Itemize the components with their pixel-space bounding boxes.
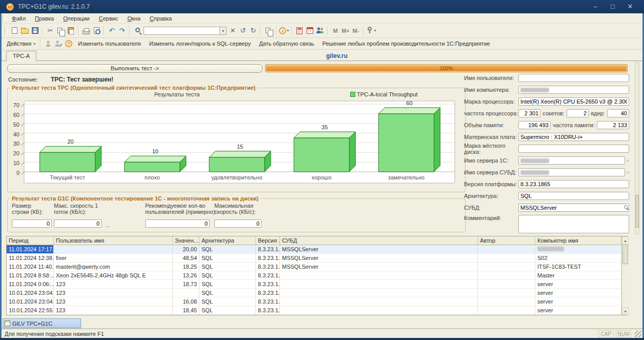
table-cell[interactable]: 8.3.23.1... bbox=[256, 306, 280, 315]
table-cell[interactable]: 48,54 bbox=[173, 254, 199, 263]
menu-operations[interactable]: Операции bbox=[58, 14, 94, 23]
table-cell[interactable]: ITSF-1C83-TEST bbox=[535, 263, 621, 271]
save-icon[interactable] bbox=[30, 26, 40, 36]
table-cell[interactable] bbox=[478, 263, 535, 271]
architecture-input[interactable] bbox=[518, 192, 629, 200]
copy-special-icon[interactable] bbox=[264, 26, 274, 36]
table-cell[interactable]: 10.01.2024 23:04... bbox=[7, 297, 54, 306]
column-header-6[interactable]: Автор bbox=[478, 236, 535, 245]
table-cell[interactable]: server bbox=[535, 306, 621, 315]
table-cell[interactable] bbox=[478, 306, 535, 315]
calculator-icon[interactable] bbox=[294, 26, 305, 36]
server-1c-input[interactable] bbox=[518, 156, 625, 165]
table-cell[interactable]: 11.01.2024 12:38... bbox=[7, 254, 54, 263]
g1c-row-size-input[interactable] bbox=[12, 219, 52, 228]
memory-plus-button[interactable]: M+ bbox=[340, 26, 351, 36]
table-cell[interactable]: 123 bbox=[54, 306, 173, 315]
table-cell[interactable] bbox=[280, 306, 478, 315]
resize-grip-icon[interactable] bbox=[635, 331, 641, 337]
column-header-7[interactable]: Компьютер имя bbox=[535, 236, 621, 245]
table-cell[interactable]: 8.3.23.1... bbox=[256, 263, 280, 271]
table-row[interactable]: 10.01.2024 23:04...12316,08SQL8.3.23.1..… bbox=[7, 297, 621, 306]
new-document-icon[interactable] bbox=[9, 26, 19, 36]
feedback-link[interactable]: Дать обратную связь bbox=[255, 39, 318, 48]
table-cell[interactable] bbox=[54, 245, 173, 254]
users-icon[interactable] bbox=[315, 26, 325, 36]
cpu-freq-input[interactable] bbox=[518, 109, 540, 117]
change-user-icon[interactable] bbox=[44, 39, 53, 48]
menu-service[interactable]: Сервис bbox=[94, 14, 123, 23]
table-cell[interactable]: 11.01.2024 11:40... bbox=[7, 263, 54, 271]
table-row[interactable]: 11.01.2024 8:58:...Xeon 2xE5645-2,4GHz 4… bbox=[7, 271, 621, 280]
paste-icon[interactable] bbox=[66, 26, 76, 36]
table-cell[interactable] bbox=[478, 289, 535, 297]
search-input[interactable] bbox=[144, 27, 219, 35]
table-cell[interactable]: server bbox=[535, 297, 621, 306]
print-icon[interactable] bbox=[81, 26, 91, 36]
table-cell[interactable]: masterit@qwerty.com bbox=[54, 263, 173, 271]
run-test-button[interactable]: Выполнить тест -> bbox=[7, 64, 263, 73]
table-cell[interactable]: SQL bbox=[199, 297, 256, 306]
table-cell[interactable]: MSSQLServer bbox=[280, 263, 478, 271]
cpu-model-input[interactable] bbox=[518, 97, 629, 106]
motherboard-input[interactable] bbox=[518, 133, 629, 141]
edit-user-icon[interactable] bbox=[54, 39, 63, 48]
computer-name-input[interactable] bbox=[518, 86, 629, 94]
table-cell[interactable]: 10.01.2024 22:55... bbox=[7, 306, 54, 315]
table-cell[interactable]: fixer bbox=[54, 254, 173, 263]
table-cell[interactable]: 8.3.23.1... bbox=[256, 297, 280, 306]
table-cell[interactable] bbox=[280, 271, 478, 280]
scroll-down-icon[interactable]: ▼ bbox=[622, 307, 629, 315]
menu-help[interactable]: Справка bbox=[145, 14, 176, 23]
column-header-0[interactable]: Период bbox=[7, 236, 54, 245]
search-dropdown-icon[interactable]: ▾ bbox=[219, 27, 227, 35]
table-cell[interactable]: S02 bbox=[535, 254, 621, 263]
performance-help-link[interactable]: Решение любых проблем производительности… bbox=[318, 39, 494, 48]
table-cell[interactable]: 18,73 bbox=[173, 280, 199, 289]
ram-freq-input[interactable] bbox=[597, 121, 629, 129]
search-forward-icon[interactable]: ↻ bbox=[248, 26, 258, 36]
table-cell[interactable]: Xeon 2xE5645-2,4GHz 48gb SQL E bbox=[54, 271, 173, 280]
g1c-users-input[interactable] bbox=[145, 219, 210, 228]
g1c-total-speed-input[interactable] bbox=[214, 219, 261, 228]
username-input[interactable] bbox=[518, 74, 629, 82]
table-vertical-scrollbar[interactable]: ▲ ▼ bbox=[621, 236, 629, 315]
table-cell[interactable] bbox=[478, 245, 535, 254]
undo-icon[interactable]: ↶ bbox=[107, 26, 117, 36]
menu-file[interactable]: Файл bbox=[7, 14, 30, 23]
table-cell[interactable]: server bbox=[535, 280, 621, 289]
table-cell[interactable]: 123 bbox=[54, 289, 173, 297]
server-dbms-input[interactable] bbox=[518, 168, 625, 176]
table-cell[interactable]: SQL bbox=[199, 289, 256, 297]
g1c-max-speed-input[interactable] bbox=[54, 219, 102, 228]
table-cell[interactable]: 8.3.23.1... bbox=[256, 254, 280, 263]
table-cell[interactable]: 18,25 bbox=[173, 263, 199, 271]
sockets-input[interactable] bbox=[567, 109, 589, 117]
table-cell[interactable]: SQL bbox=[199, 263, 256, 271]
table-cell[interactable]: 123 bbox=[54, 297, 173, 306]
table-cell[interactable] bbox=[280, 289, 478, 297]
ram-input[interactable] bbox=[518, 121, 551, 129]
comment-textarea[interactable] bbox=[518, 215, 629, 233]
minimize-button[interactable]: – bbox=[587, 2, 604, 12]
actions-menu-button[interactable]: Действия ▾ bbox=[4, 39, 38, 48]
table-cell[interactable]: 123 bbox=[54, 280, 173, 289]
table-cell[interactable]: server bbox=[535, 289, 621, 297]
table-cell[interactable] bbox=[478, 271, 535, 280]
memory-minus-button[interactable]: M- bbox=[351, 26, 361, 36]
menu-edit[interactable]: Правка bbox=[30, 14, 58, 23]
table-cell[interactable]: Master bbox=[535, 271, 621, 280]
dbms-input[interactable] bbox=[518, 204, 629, 212]
platform-version-input[interactable] bbox=[518, 180, 629, 188]
search-combobox[interactable]: ▾ bbox=[144, 27, 227, 35]
table-cell[interactable]: 8.3.23.1... bbox=[256, 289, 280, 297]
table-cell[interactable]: 8.3.23.1... bbox=[256, 280, 280, 289]
table-row[interactable]: 10.01.2024 23:04...123SQL8.3.23.1...serv… bbox=[7, 289, 621, 297]
column-header-1[interactable]: Пользователь имя bbox=[54, 236, 173, 245]
scroll-up-icon[interactable]: ▲ bbox=[622, 236, 629, 244]
column-header-4[interactable]: Версия ... bbox=[256, 236, 280, 245]
table-cell[interactable] bbox=[478, 280, 535, 289]
print-preview-icon[interactable] bbox=[91, 26, 102, 36]
table-cell[interactable]: 16,08 bbox=[173, 297, 199, 306]
table-cell[interactable]: 11.01.2024 8:58:... bbox=[7, 271, 54, 280]
